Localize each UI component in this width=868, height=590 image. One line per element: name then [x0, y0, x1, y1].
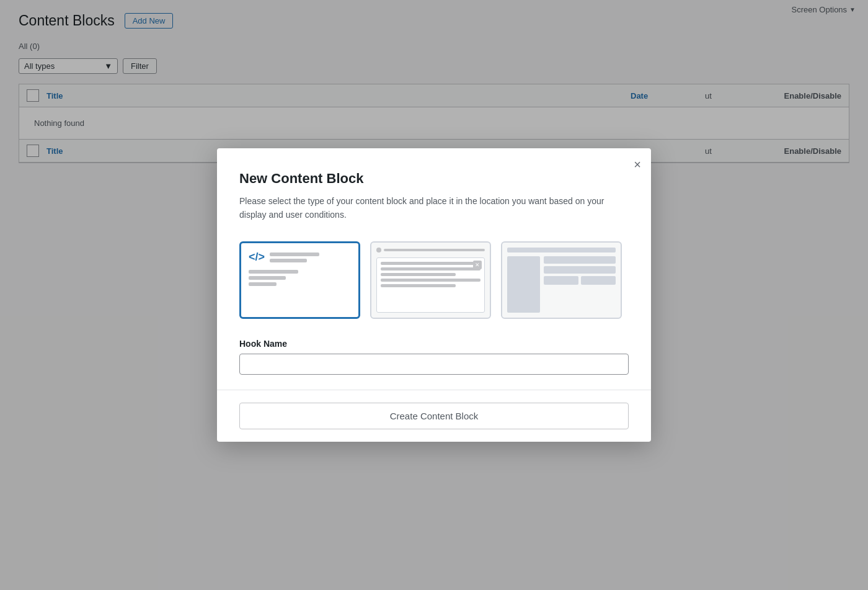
hook-name-label: Hook Name [239, 339, 629, 349]
visual-text-line-5 [381, 284, 456, 287]
visual-card-inner: ✕ [371, 243, 490, 318]
code-icon-row: </> [249, 251, 319, 264]
visual-text-area: ✕ [376, 257, 485, 313]
code-line-1 [270, 253, 319, 256]
visual-text-line-3 [381, 273, 456, 276]
template-sidebar-block [507, 256, 540, 313]
visual-text-line-2 [381, 267, 480, 270]
template-block-row [544, 276, 616, 285]
code-line-3 [249, 270, 298, 274]
block-type-visual-card[interactable]: ✕ [370, 241, 491, 319]
code-line-5 [249, 282, 277, 286]
create-content-block-button[interactable]: Create Content Block [239, 403, 629, 429]
visual-text-line-4 [381, 279, 480, 282]
code-line-2 [270, 259, 307, 262]
visual-top-bar [376, 248, 485, 253]
visual-bar [384, 249, 485, 251]
code-card-inner: </> [241, 243, 358, 317]
modal-description: Please select the type of your content b… [239, 194, 629, 222]
block-type-selector: </> [239, 241, 629, 319]
modal-overlay[interactable]: × New Content Block Please select the ty… [0, 0, 868, 590]
modal-body: × New Content Block Please select the ty… [217, 148, 651, 390]
template-main-block-2 [544, 266, 616, 274]
block-type-code-card[interactable]: </> [239, 241, 360, 319]
modal-close-button[interactable]: × [634, 158, 641, 171]
code-line-4 [249, 276, 286, 280]
template-half-block-2 [581, 276, 616, 285]
hook-name-input[interactable] [239, 354, 629, 375]
template-sidebar [507, 256, 540, 313]
new-content-block-modal: × New Content Block Please select the ty… [217, 148, 651, 442]
code-lines-bottom [249, 270, 298, 286]
visual-content: ✕ [376, 257, 485, 313]
modal-footer: Create Content Block [217, 390, 651, 442]
template-main [544, 256, 616, 313]
code-lines [270, 253, 319, 262]
template-top-bar [507, 248, 616, 253]
template-card-inner [502, 243, 621, 318]
template-half-block-1 [544, 276, 578, 285]
template-layout [507, 248, 616, 313]
template-row [507, 256, 616, 313]
modal-title: New Content Block [239, 171, 629, 187]
code-brackets-icon: </> [249, 251, 265, 264]
block-type-template-card[interactable]: Custom Template [501, 241, 622, 319]
visual-dot-1 [376, 248, 381, 253]
template-main-block-1 [544, 256, 616, 264]
visual-text-line-1 [381, 262, 480, 265]
close-x-icon: ✕ [473, 261, 482, 269]
